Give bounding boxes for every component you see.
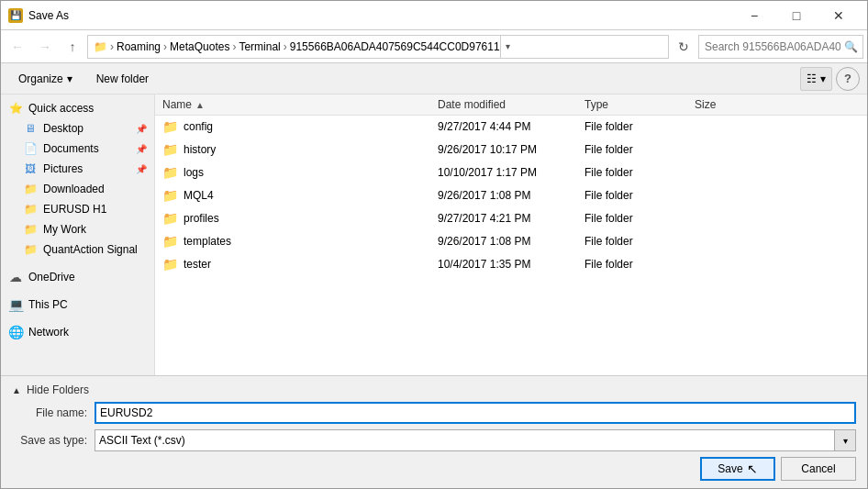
close-button[interactable]: ✕ [818, 1, 860, 30]
col-header-name[interactable]: Name ▲ [155, 98, 430, 111]
quick-access-label: Quick access [28, 102, 94, 115]
file-cell-date: 9/26/2017 1:08 PM [430, 187, 577, 204]
table-row[interactable]: 📁 logs 10/10/2017 1:17 PM File folder [155, 161, 867, 184]
hide-folders-arrow: ▲ [12, 385, 21, 395]
sidebar-item-network[interactable]: 🌐 Network [1, 322, 154, 342]
col-header-type[interactable]: Type [577, 98, 687, 111]
folder-icon: 📁 [162, 188, 178, 203]
bottom-buttons: Save ↖ Cancel [12, 457, 856, 481]
sidebar-item-downloaded[interactable]: 📁 Downloaded [1, 179, 154, 199]
breadcrumb-metaquotes[interactable]: MetaQuotes [170, 40, 229, 53]
file-cell-date: 9/26/2017 1:08 PM [430, 233, 577, 250]
address-bar: ← → ↑ 📁 › Roaming › MetaQuotes › Termina… [1, 30, 867, 63]
file-cell-type: File folder [577, 233, 687, 250]
file-name-label: profiles [184, 212, 219, 225]
file-name-label: MQL4 [184, 189, 214, 202]
breadcrumb-roaming[interactable]: Roaming [117, 40, 161, 53]
saveastype-label: Save as type: [12, 434, 95, 447]
eurusd-folder-icon: 📁 [23, 202, 38, 217]
save-button[interactable]: Save ↖ [700, 457, 775, 481]
col-header-size[interactable]: Size [687, 98, 779, 111]
filename-input[interactable] [95, 402, 856, 424]
mywork-folder-icon: 📁 [23, 222, 38, 237]
col-header-date[interactable]: Date modified [430, 98, 577, 111]
window-controls: − □ ✕ [733, 1, 860, 30]
table-row[interactable]: 📁 history 9/26/2017 10:17 PM File folder [155, 139, 867, 161]
table-row[interactable]: 📁 config 9/27/2017 4:44 PM File folder [155, 116, 867, 139]
new-folder-label: New folder [96, 72, 149, 85]
file-cell-name: 📁 profiles [155, 209, 430, 228]
new-folder-button[interactable]: New folder [86, 67, 159, 91]
main-content: ⭐ Quick access 🖥 Desktop 📌 📄 Documents 📌… [1, 94, 867, 375]
sidebar-item-documents[interactable]: 📄 Documents 📌 [1, 139, 154, 159]
table-row[interactable]: 📁 tester 10/4/2017 1:35 PM File folder [155, 253, 867, 276]
dialog-title: Save As [28, 9, 733, 22]
filetype-select-wrapper: ASCII Text (*.csv) ▾ [95, 429, 856, 451]
help-button[interactable]: ? [836, 67, 860, 91]
file-cell-date: 10/4/2017 1:35 PM [430, 256, 577, 272]
pin-icon-pictures: 📌 [136, 164, 147, 174]
sidebar-item-eurusd[interactable]: 📁 EURUSD H1 [1, 199, 154, 219]
breadcrumb-terminal[interactable]: Terminal [239, 40, 280, 53]
save-as-dialog: 💾 Save As − □ ✕ ← → ↑ 📁 › Roaming › Meta… [0, 0, 868, 489]
dialog-icon: 💾 [8, 8, 23, 23]
organize-button[interactable]: Organize ▾ [8, 67, 83, 91]
view-icon: ☷ [807, 72, 817, 85]
sidebar-item-pictures[interactable]: 🖼 Pictures 📌 [1, 159, 154, 179]
hide-folders-label: Hide Folders [27, 383, 89, 396]
cancel-button[interactable]: Cancel [781, 457, 856, 481]
sort-arrow: ▲ [195, 100, 205, 110]
breadcrumb-folder-icon[interactable]: 📁 [94, 40, 107, 53]
hide-folders-row[interactable]: ▲ Hide Folders [12, 383, 856, 396]
folder-icon: 📁 [162, 234, 178, 249]
sidebar-item-onedrive[interactable]: ☁ OneDrive [1, 267, 154, 287]
folder-icon: 📁 [162, 119, 178, 134]
file-name-label: logs [184, 166, 204, 179]
view-options[interactable]: ☷ ▾ [800, 67, 832, 91]
table-row[interactable]: 📁 templates 9/26/2017 1:08 PM File folde… [155, 230, 867, 253]
file-cell-date: 9/26/2017 10:17 PM [430, 141, 577, 158]
view-dropdown-arrow: ▾ [820, 72, 826, 85]
documents-folder-icon: 📄 [23, 141, 38, 156]
organize-label: Organize [18, 72, 63, 85]
file-cell-name: 📁 config [155, 117, 430, 136]
thispc-icon: 💻 [8, 297, 23, 312]
maximize-button[interactable]: □ [775, 1, 818, 30]
file-cell-size [687, 262, 779, 266]
onedrive-icon: ☁ [8, 270, 23, 284]
minimize-button[interactable]: − [733, 1, 775, 30]
sidebar-item-mywork[interactable]: 📁 My Work [1, 219, 154, 239]
file-cell-type: File folder [577, 164, 687, 181]
forward-button[interactable]: → [32, 34, 58, 60]
back-button[interactable]: ← [5, 34, 30, 60]
file-list: Name ▲ Date modified Type Size 📁 config [155, 94, 867, 375]
file-cell-size [687, 239, 779, 243]
file-cell-type: File folder [577, 187, 687, 204]
file-cell-type: File folder [577, 210, 687, 227]
breadcrumb-dropdown[interactable]: ▾ [500, 35, 515, 59]
sidebar-item-desktop[interactable]: 🖥 Desktop 📌 [1, 118, 154, 139]
search-input[interactable] [698, 35, 863, 59]
file-name-label: history [184, 143, 216, 156]
quick-access-icon: ⭐ [8, 101, 23, 116]
filename-row: File name: [12, 402, 856, 424]
sidebar-section-quick-access[interactable]: ⭐ Quick access [1, 98, 154, 118]
filename-label: File name: [12, 406, 95, 419]
table-row[interactable]: 📁 MQL4 9/26/2017 1:08 PM File folder [155, 184, 867, 207]
sidebar: ⭐ Quick access 🖥 Desktop 📌 📄 Documents 📌… [1, 94, 155, 375]
refresh-button[interactable]: ↻ [671, 34, 696, 60]
up-button[interactable]: ↑ [60, 34, 85, 60]
table-row[interactable]: 📁 profiles 9/27/2017 4:21 PM File folder [155, 207, 867, 230]
folder-icon: 📁 [162, 257, 178, 272]
file-cell-name: 📁 logs [155, 163, 430, 182]
save-cursor-indicator: ↖ [747, 461, 758, 476]
breadcrumb-guid[interactable]: 915566BA06ADA407569C544CC0D97611 [290, 40, 500, 53]
sidebar-item-desktop-label: Desktop [43, 122, 83, 135]
sidebar-item-documents-label: Documents [43, 142, 99, 155]
file-cell-size [687, 148, 779, 151]
sidebar-item-downloaded-label: Downloaded [43, 183, 105, 195]
sidebar-item-thispc[interactable]: 💻 This PC [1, 295, 154, 315]
sidebar-item-quantaction[interactable]: 📁 QuantAction Signal [1, 239, 154, 260]
filetype-select[interactable]: ASCII Text (*.csv) [95, 429, 856, 451]
file-name-label: templates [184, 235, 231, 248]
